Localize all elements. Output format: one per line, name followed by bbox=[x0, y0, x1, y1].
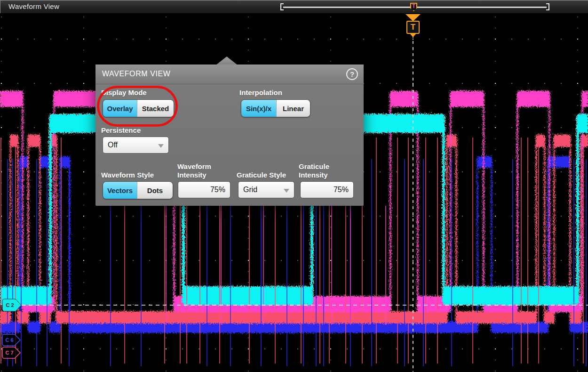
waveform-intensity-value: 75% bbox=[210, 186, 230, 194]
trigger-badge[interactable]: T bbox=[406, 21, 420, 34]
interpolation-toggle: Sin(x)/x Linear bbox=[241, 99, 310, 117]
graticule-style-label: Graticule Style bbox=[237, 171, 286, 179]
graticule-intensity-value: 75% bbox=[334, 186, 353, 194]
timeline-trigger-flag[interactable]: T bbox=[410, 3, 417, 11]
persistence-dropdown[interactable]: Off bbox=[103, 137, 169, 154]
dialog-header[interactable]: WAVEFORM VIEW ? bbox=[95, 65, 364, 84]
chevron-down-icon bbox=[284, 189, 289, 193]
interpolation-label: Interpolation bbox=[239, 89, 282, 97]
persistence-value: Off bbox=[103, 141, 118, 149]
view-title[interactable]: Waveform View bbox=[8, 2, 59, 10]
svg-text:C 7: C 7 bbox=[5, 350, 13, 356]
interpolation-linear-button[interactable]: Linear bbox=[276, 100, 310, 117]
waveform-style-toggle: Vectors Dots bbox=[103, 181, 173, 199]
chevron-down-icon bbox=[158, 144, 164, 148]
oscilloscope-screen: Waveform View T C 2C 6C 7 T WAVEFORM VIE… bbox=[0, 0, 588, 372]
dialog-callout-pointer bbox=[216, 57, 238, 65]
interpolation-sinx-button[interactable]: Sin(x)/x bbox=[241, 100, 276, 117]
trigger-badge-tip bbox=[410, 34, 416, 37]
dialog-title: WAVEFORM VIEW bbox=[102, 70, 171, 78]
top-menu-bar: Waveform View T bbox=[0, 0, 588, 13]
annotation-red-oval bbox=[97, 86, 178, 127]
help-icon[interactable]: ? bbox=[346, 68, 358, 80]
waveform-style-label: Waveform Style bbox=[101, 171, 154, 179]
waveform-intensity-label: Waveform Intensity bbox=[177, 162, 222, 179]
graticule-style-value: Grid bbox=[238, 186, 257, 194]
waveform-style-vectors-button[interactable]: Vectors bbox=[103, 182, 137, 199]
svg-text:C 6: C 6 bbox=[5, 337, 13, 343]
graticule-intensity-input[interactable]: 75% bbox=[300, 181, 354, 198]
waveform-intensity-input[interactable]: 75% bbox=[178, 181, 230, 198]
trigger-position-arrow-icon[interactable] bbox=[405, 14, 421, 21]
channel-badge-c6[interactable]: C 6 bbox=[2, 334, 20, 346]
svg-text:C 2: C 2 bbox=[6, 302, 14, 308]
persistence-label: Persistence bbox=[101, 126, 141, 134]
graticule-style-dropdown[interactable]: Grid bbox=[238, 181, 294, 198]
timeline-right-bracket bbox=[546, 3, 549, 10]
channel-badge-c7[interactable]: C 7 bbox=[2, 347, 20, 358]
graticule-intensity-label: Graticule Intensity bbox=[299, 162, 344, 179]
waveform-style-dots-button[interactable]: Dots bbox=[137, 182, 173, 199]
